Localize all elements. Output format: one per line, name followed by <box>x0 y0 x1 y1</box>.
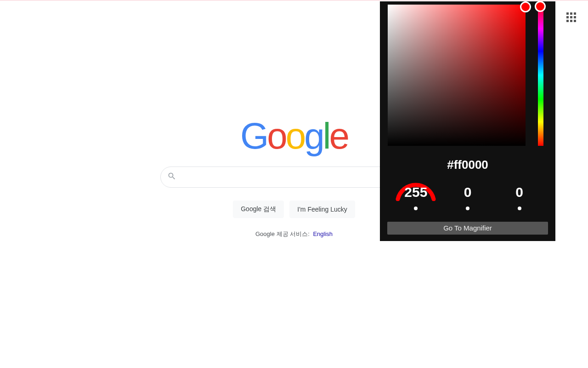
saturation-value-area[interactable] <box>388 5 526 146</box>
r-value: 255 <box>394 184 437 200</box>
g-value: 0 <box>446 184 489 200</box>
sv-cursor[interactable] <box>520 1 531 12</box>
lang-prefix: Google 제공 서비스: <box>255 230 310 237</box>
hue-cursor[interactable] <box>535 1 546 12</box>
b-value: 0 <box>498 184 541 200</box>
r-knob-dot <box>414 207 418 210</box>
rgb-g-gauge[interactable]: 0 <box>445 175 491 210</box>
g-knob-dot <box>466 207 469 210</box>
rgb-b-gauge[interactable]: 0 <box>497 175 543 210</box>
language-line: Google 제공 서비스: English <box>255 230 333 238</box>
go-to-magnifier-button[interactable]: Go To Magnifier <box>387 222 548 235</box>
lang-link-english[interactable]: English <box>313 230 333 237</box>
search-input[interactable] <box>182 173 390 181</box>
google-logo: Google <box>240 118 348 155</box>
feeling-lucky-button[interactable]: I'm Feeling Lucky <box>289 201 355 218</box>
hex-value: #ff0000 <box>380 158 555 172</box>
rgb-r-gauge[interactable]: 255 <box>393 175 439 210</box>
apps-icon[interactable] <box>564 10 579 25</box>
google-search-button[interactable]: Google 검색 <box>233 201 284 218</box>
color-picker-panel: #ff0000 255 0 0 Go To Magnifier <box>380 1 555 241</box>
b-knob-dot <box>518 207 521 210</box>
hue-slider[interactable] <box>538 5 543 146</box>
search-icon <box>167 172 176 183</box>
